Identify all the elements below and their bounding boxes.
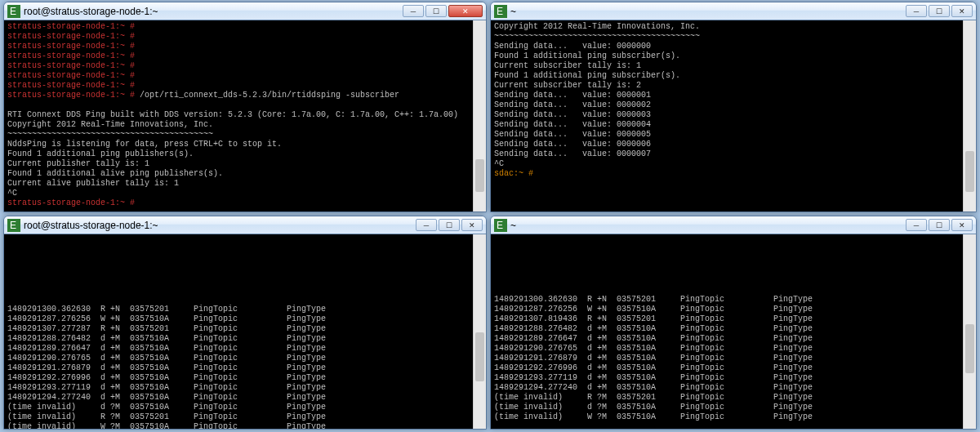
terminal-output[interactable]: 1489291300.362630 R +N 03575201 PingTopi… [491, 234, 976, 429]
maximize-button[interactable]: ☐ [439, 219, 460, 231]
window-title: ~ [510, 220, 906, 231]
close-button[interactable]: ✕ [461, 219, 483, 231]
window-title: root@stratus-storage-node-1:~ [24, 220, 416, 231]
svg-text:E: E [10, 6, 16, 17]
svg-text:E: E [497, 220, 503, 231]
app-icon: E [494, 5, 507, 18]
scrollbar-thumb[interactable] [475, 332, 484, 381]
titlebar[interactable]: E ~ ─ ☐ ✕ [491, 2, 976, 20]
scrollbar[interactable] [963, 234, 976, 429]
scrollbar-thumb[interactable] [965, 324, 974, 373]
scrollbar[interactable] [963, 20, 976, 212]
close-button[interactable]: ✕ [951, 219, 973, 231]
titlebar[interactable]: E root@stratus-storage-node-1:~ ─ ☐ ✕ [4, 216, 486, 234]
minimize-button[interactable]: ─ [906, 219, 927, 231]
svg-text:E: E [497, 6, 503, 17]
window-top-left: E root@stratus-storage-node-1:~ ─ ☐ ✕ st… [3, 2, 487, 212]
app-icon: E [494, 219, 507, 232]
scrollbar-thumb[interactable] [475, 159, 484, 192]
scrollbar-thumb[interactable] [965, 151, 974, 192]
maximize-button[interactable]: ☐ [425, 5, 447, 17]
titlebar[interactable]: E root@stratus-storage-node-1:~ ─ ☐ ✕ [4, 2, 486, 20]
svg-text:E: E [10, 220, 16, 231]
window-bottom-left: E root@stratus-storage-node-1:~ ─ ☐ ✕ 14… [3, 216, 487, 430]
maximize-button[interactable]: ☐ [929, 219, 950, 231]
scrollbar[interactable] [473, 20, 486, 212]
scrollbar[interactable] [473, 234, 486, 429]
app-icon: E [7, 219, 20, 232]
minimize-button[interactable]: ─ [906, 5, 927, 17]
window-top-right: E ~ ─ ☐ ✕ Copyright 2012 Real-Time Innov… [490, 2, 977, 212]
app-icon: E [7, 5, 20, 18]
terminal-output[interactable]: stratus-storage-node-1:~ #stratus-storag… [4, 20, 486, 212]
titlebar[interactable]: E ~ ─ ☐ ✕ [491, 216, 976, 234]
window-title: ~ [510, 6, 906, 17]
minimize-button[interactable]: ─ [403, 5, 424, 17]
terminal-output[interactable]: Copyright 2012 Real-Time Innovations, In… [491, 20, 976, 212]
window-title: root@stratus-storage-node-1:~ [24, 6, 403, 17]
close-button[interactable]: ✕ [951, 5, 973, 17]
close-button[interactable]: ✕ [448, 5, 483, 17]
terminal-output[interactable]: 1489291300.362630 R +N 03575201 PingTopi… [4, 234, 486, 429]
minimize-button[interactable]: ─ [416, 219, 437, 231]
maximize-button[interactable]: ☐ [929, 5, 950, 17]
window-bottom-right: E ~ ─ ☐ ✕ 1489291300.362630 R +N 0357520… [490, 216, 977, 430]
